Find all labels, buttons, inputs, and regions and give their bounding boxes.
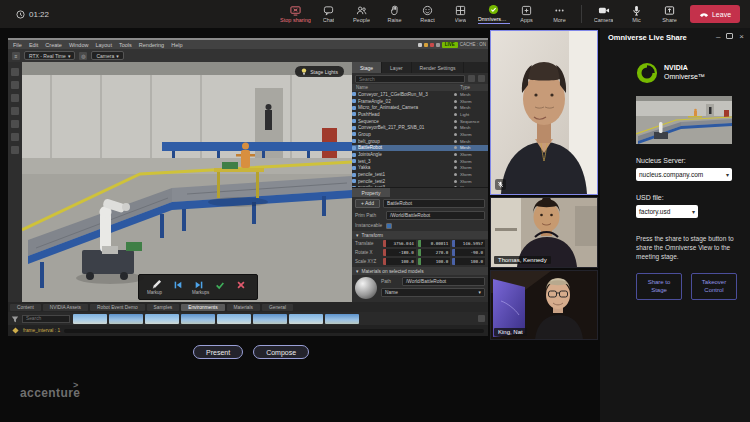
environment-thumbnail[interactable] <box>73 314 107 324</box>
visibility-eye-icon[interactable] <box>454 180 457 183</box>
rotate-tool-icon[interactable] <box>11 94 19 102</box>
visibility-eye-icon[interactable] <box>454 113 457 116</box>
filter-icon[interactable] <box>11 315 19 323</box>
stage-options-icon[interactable] <box>478 75 485 82</box>
raise-hand-button[interactable]: Raise <box>378 1 411 27</box>
content-tab[interactable]: Robot Event Demo <box>90 304 145 311</box>
view-button[interactable]: View <box>444 1 477 27</box>
compose-button[interactable]: Compose <box>253 345 309 359</box>
prev-markup-icon[interactable] <box>173 280 183 290</box>
add-property-button[interactable]: + Add <box>355 199 380 208</box>
camera-dropdown[interactable]: Camera▾ <box>91 51 123 60</box>
content-tab[interactable]: Content <box>10 304 41 311</box>
measure-tool-icon[interactable] <box>11 146 19 154</box>
visibility-eye-icon[interactable] <box>454 93 457 96</box>
next-markup-icon[interactable] <box>194 280 204 290</box>
menu-item[interactable]: Window <box>69 42 89 48</box>
y-value[interactable]: 0.00011 <box>421 240 451 247</box>
stage-tree-row[interactable]: PushHead Light <box>352 111 488 118</box>
visibility-eye-icon[interactable] <box>454 146 457 149</box>
tab-render-settings[interactable]: Render Settings <box>412 62 465 73</box>
menu-item[interactable]: Tools <box>119 42 132 48</box>
visibility-eye-icon[interactable] <box>454 166 457 169</box>
stage-lights-button[interactable]: Stage Lights <box>295 66 344 77</box>
material-path-field[interactable]: /World/BattleRobot <box>402 277 485 286</box>
scale-tool-icon[interactable] <box>11 107 19 115</box>
mic-button[interactable]: Mic <box>620 1 653 27</box>
camera-toolbar-icon[interactable]: ◎ <box>79 52 87 60</box>
stage-tree-row[interactable]: FrameAngle_02 Xform <box>352 98 488 105</box>
snap-tool-icon[interactable] <box>11 120 19 128</box>
stage-tree-row[interactable]: Yakka Xform <box>352 165 488 172</box>
leave-button[interactable]: Leave <box>690 5 740 23</box>
x-value[interactable]: -180.0 <box>386 249 416 256</box>
environment-thumbnail[interactable] <box>253 314 287 324</box>
x-value[interactable]: 100.0 <box>386 258 416 265</box>
z-value[interactable]: -90.0 <box>455 249 485 256</box>
nucleus-server-dropdown[interactable]: nucleus.company.com ▾ <box>636 168 732 181</box>
environment-thumbnail[interactable] <box>289 314 323 324</box>
stage-tree-row[interactable]: Micro_for_Animated_Camera Mesh <box>352 104 488 111</box>
close-icon[interactable]: × <box>739 32 744 42</box>
y-value[interactable]: 270.0 <box>421 249 451 256</box>
environment-thumbnail[interactable] <box>181 314 215 324</box>
markup-pencil-icon[interactable] <box>151 279 162 290</box>
live-badge[interactable]: LIVE <box>442 42 458 48</box>
visibility-eye-icon[interactable] <box>454 120 457 123</box>
visibility-eye-icon[interactable] <box>454 160 457 163</box>
prim-path-field[interactable]: /World/BattleRobot <box>386 211 485 220</box>
stage-filter-icon[interactable] <box>468 75 475 82</box>
viewport-3d[interactable]: Stage Lights Markup Markups <box>22 62 352 302</box>
visibility-eye-icon[interactable] <box>454 173 457 176</box>
people-button[interactable]: People <box>345 1 378 27</box>
tab-property[interactable]: Property <box>352 188 390 197</box>
content-tab[interactable]: NVIDIA Assets <box>43 304 88 311</box>
tab-stage[interactable]: Stage <box>352 62 382 73</box>
menu-item[interactable]: Edit <box>29 42 38 48</box>
z-value[interactable]: 100.0 <box>455 258 485 265</box>
menu-item[interactable]: Layout <box>95 42 112 48</box>
renderer-dropdown[interactable]: RTX - Real Time▾ <box>24 51 75 60</box>
popout-icon[interactable] <box>726 32 733 42</box>
share-button[interactable]: Share <box>653 1 686 27</box>
minimize-icon[interactable]: – <box>716 32 720 42</box>
chat-button[interactable]: Chat <box>312 1 345 27</box>
move-tool-icon[interactable] <box>11 81 19 89</box>
visibility-eye-icon[interactable] <box>454 140 457 143</box>
visibility-eye-icon[interactable] <box>454 126 457 129</box>
prim-name-field[interactable]: BattleRobot <box>383 199 485 208</box>
visibility-eye-icon[interactable] <box>454 100 457 103</box>
z-value[interactable]: 146.5957 <box>455 240 485 247</box>
transform-section-header[interactable]: ▾Transform <box>352 231 488 239</box>
content-tab[interactable]: Samples <box>147 304 180 311</box>
stage-tree-row[interactable]: pencile_test2 Xform <box>352 178 488 185</box>
stage-tree-row[interactable]: pencile_test1 Xform <box>352 171 488 178</box>
omniverse-app-button[interactable]: Omniverse L... <box>477 1 510 27</box>
stop-sharing-button[interactable]: Stop sharing <box>279 1 312 27</box>
content-tab[interactable]: Environments <box>181 304 224 311</box>
menu-item[interactable]: Create <box>45 42 62 48</box>
thumbnail-size-slider[interactable] <box>478 315 485 322</box>
environment-thumbnail[interactable] <box>217 314 251 324</box>
y-value[interactable]: 100.0 <box>421 258 451 265</box>
present-button[interactable]: Present <box>193 345 243 359</box>
camera-button[interactable]: Camera <box>587 1 620 27</box>
environment-thumbnail[interactable] <box>145 314 179 324</box>
stage-search-input[interactable] <box>355 75 465 83</box>
timeline-track[interactable] <box>64 329 484 333</box>
menu-item[interactable]: Rendering <box>139 42 164 48</box>
select-tool-icon[interactable] <box>11 68 19 76</box>
material-name-dropdown[interactable]: Name▾ <box>381 288 485 297</box>
tab-layer[interactable]: Layer <box>382 62 412 73</box>
visibility-eye-icon[interactable] <box>454 106 457 109</box>
approve-icon[interactable] <box>215 280 225 290</box>
pivot-tool-icon[interactable] <box>11 133 19 141</box>
menu-item[interactable]: File <box>13 42 22 48</box>
environment-thumbnail[interactable] <box>109 314 143 324</box>
stage-tree-row[interactable]: Sequence Sequence <box>352 118 488 125</box>
reject-icon[interactable] <box>236 280 246 290</box>
visibility-eye-icon[interactable] <box>454 133 457 136</box>
stage-tree-row[interactable]: Conveyor_171_CGelBotRun_M_3 Mesh <box>352 91 488 98</box>
environment-thumbnail[interactable] <box>325 314 359 324</box>
stage-tree-row[interactable]: ConveyorBelt_217_PR_SNB_01 Mesh <box>352 124 488 131</box>
